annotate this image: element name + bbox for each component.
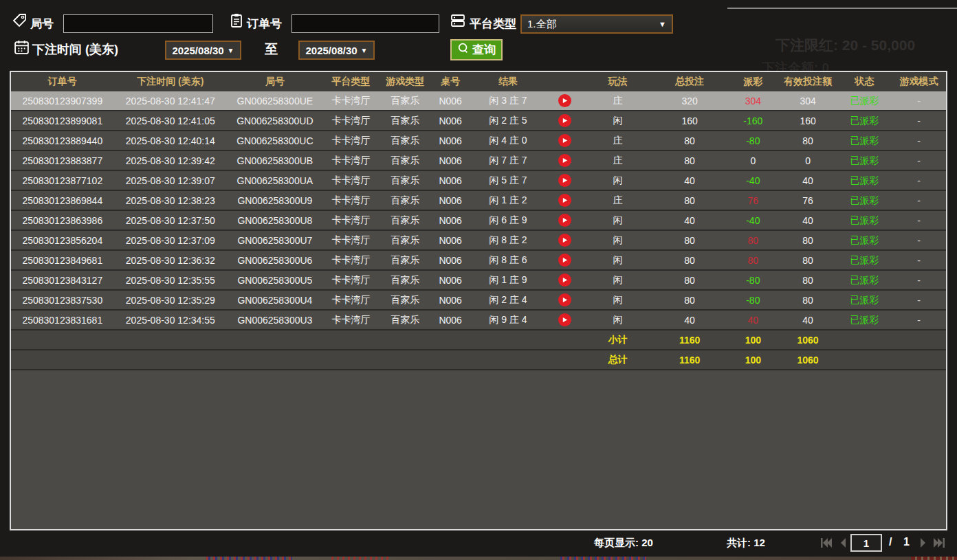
- empty-cell: [227, 350, 323, 369]
- table-row[interactable]: 2508301238316812025-08-30 12:34:55GN0062…: [11, 311, 946, 331]
- cell-total: 80: [652, 151, 727, 170]
- cell-order: 250830123849681: [11, 251, 114, 269]
- empty-cell: [431, 331, 470, 349]
- cell-replay: [547, 91, 584, 110]
- cell-round: GN006258300UC: [227, 131, 323, 150]
- cell-playtype: 庄: [584, 91, 652, 110]
- cell-order: 250830123899081: [11, 111, 114, 130]
- cell-mode: -: [892, 91, 946, 110]
- play-video-icon[interactable]: [558, 254, 571, 267]
- platform-server-icon: [450, 12, 466, 32]
- cell-replay: [547, 251, 584, 269]
- table-row[interactable]: 2508301238375302025-08-30 12:35:29GN0062…: [11, 291, 946, 311]
- cell-payout: 76: [727, 191, 779, 210]
- cell-playtype: 闲: [584, 291, 652, 309]
- cell-valid: 80: [779, 291, 837, 309]
- date-from-picker[interactable]: 2025/08/30 ▼: [165, 41, 241, 60]
- table-row[interactable]: 2508301238838772025-08-30 12:39:42GN0062…: [11, 151, 946, 171]
- grandtotal-row-valid: 1060: [779, 350, 837, 369]
- cell-mode: -: [892, 211, 946, 229]
- table-row[interactable]: 2508301238496812025-08-30 12:36:32GN0062…: [11, 251, 946, 271]
- cell-valid: 40: [779, 211, 837, 229]
- prev-page-icon[interactable]: [836, 535, 851, 550]
- cell-replay: [547, 271, 584, 289]
- play-video-icon[interactable]: [558, 114, 571, 127]
- cell-status: 已派彩: [837, 111, 892, 130]
- cell-valid: 40: [779, 171, 837, 190]
- query-button[interactable]: 查询: [450, 39, 503, 60]
- cell-mode: -: [892, 131, 946, 150]
- cell-round: GN006258300UD: [227, 111, 323, 130]
- empty-cell: [470, 331, 547, 349]
- last-page-icon[interactable]: [932, 535, 947, 550]
- cell-status: 已派彩: [837, 291, 892, 309]
- cell-result: 闲 1 庄 9: [470, 271, 547, 289]
- cell-status: 已派彩: [837, 251, 892, 269]
- cell-valid: 160: [779, 111, 837, 130]
- cell-status: 已派彩: [837, 311, 892, 329]
- cell-total: 320: [652, 91, 727, 110]
- cell-total: 40: [652, 311, 727, 329]
- empty-cell: [892, 331, 946, 349]
- cell-round: GN006258300U8: [227, 211, 323, 229]
- cell-round: GN006258300UA: [227, 171, 323, 190]
- cell-game: 百家乐: [379, 291, 431, 309]
- table-row[interactable]: 2508301238431272025-08-30 12:35:55GN0062…: [11, 271, 946, 291]
- table-row[interactable]: 2508301238639862025-08-30 12:37:50GN0062…: [11, 211, 946, 231]
- cell-result: 闲 8 庄 6: [470, 251, 547, 269]
- cell-result: 闲 7 庄 7: [470, 151, 547, 170]
- cell-game: 百家乐: [379, 231, 431, 249]
- platform-type-select[interactable]: 1.全部 ▼: [520, 14, 673, 34]
- play-video-icon[interactable]: [558, 273, 571, 287]
- table-row[interactable]: 2508301239073992025-08-30 12:41:47GN0062…: [11, 91, 946, 111]
- play-video-icon[interactable]: [558, 234, 571, 247]
- empty-cell: [379, 331, 431, 349]
- cell-game: 百家乐: [379, 171, 431, 190]
- round-number-input[interactable]: [63, 14, 213, 33]
- cell-order: 250830123889440: [11, 131, 114, 150]
- date-to-picker[interactable]: 2025/08/30 ▼: [298, 41, 375, 60]
- table-row[interactable]: 2508301238894402025-08-30 12:40:14GN0062…: [11, 131, 946, 151]
- next-page-icon[interactable]: [915, 535, 930, 550]
- play-video-icon[interactable]: [558, 174, 571, 187]
- cell-table: N006: [431, 211, 470, 229]
- cell-playtype: 庄: [584, 191, 652, 210]
- cell-result: 闲 2 庄 4: [470, 291, 547, 309]
- cell-order: 250830123831681: [11, 311, 114, 329]
- cell-table: N006: [431, 91, 470, 110]
- play-video-icon[interactable]: [558, 194, 571, 207]
- cell-time: 2025-08-30 12:34:55: [114, 311, 228, 329]
- cell-result: 闲 4 庄 0: [470, 131, 547, 150]
- table-row[interactable]: 2508301238990812025-08-30 12:41:05GN0062…: [11, 111, 946, 131]
- bet-time-label: 下注时间 (美东): [32, 41, 118, 58]
- play-video-icon[interactable]: [558, 94, 571, 107]
- table-row[interactable]: 2508301238771022025-08-30 12:39:07GN0062…: [11, 171, 946, 191]
- empty-cell: [470, 350, 547, 369]
- table-row[interactable]: 2508301238698442025-08-30 12:38:23GN0062…: [11, 191, 946, 211]
- column-header: 派彩: [727, 72, 779, 91]
- cell-table: N006: [431, 311, 470, 329]
- tag-icon: [12, 12, 28, 32]
- play-video-icon[interactable]: [558, 313, 571, 326]
- cell-result: 闲 9 庄 4: [470, 311, 547, 329]
- play-video-icon[interactable]: [558, 134, 571, 147]
- cell-platform: 卡卡湾厅: [323, 311, 380, 329]
- empty-cell: [11, 350, 114, 369]
- order-number-input[interactable]: [292, 14, 439, 33]
- records-table-panel: 订单号下注时间 (美东)局号平台类型游戏类型桌号结果玩法总投注派彩有效投注额状态…: [10, 71, 947, 530]
- date-range-to-label: 至: [265, 41, 278, 58]
- cell-table: N006: [431, 191, 470, 210]
- page-number-input[interactable]: [850, 534, 882, 552]
- cell-playtype: 闲: [584, 211, 652, 229]
- cell-total: 160: [652, 111, 727, 130]
- cell-mode: -: [892, 171, 946, 190]
- table-row[interactable]: 2508301238562042025-08-30 12:37:09GN0062…: [11, 231, 946, 251]
- play-video-icon[interactable]: [558, 154, 571, 167]
- play-video-icon[interactable]: [558, 214, 571, 227]
- first-page-icon[interactable]: [818, 535, 833, 550]
- date-to-value: 2025/08/30: [306, 45, 358, 56]
- betting-records-screen: 下注限红: 20 - 50,000 下注金额: 0 局号 订单号 平台类型 1.…: [0, 0, 957, 560]
- play-video-icon[interactable]: [558, 293, 571, 306]
- cell-table: N006: [431, 111, 470, 130]
- cell-status: 已派彩: [837, 131, 892, 150]
